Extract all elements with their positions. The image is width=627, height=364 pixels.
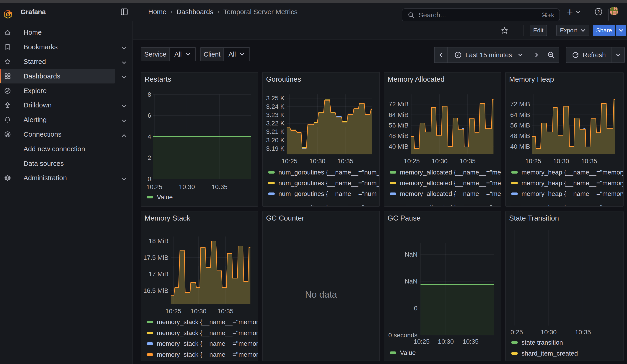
svg-text:0:25: 0:25	[511, 329, 523, 336]
svg-text:72 MiB: 72 MiB	[389, 101, 409, 108]
svg-text:48 MiB: 48 MiB	[510, 132, 530, 139]
svg-text:17 MiB: 17 MiB	[149, 271, 168, 278]
svg-text:3.25 K: 3.25 K	[266, 95, 285, 102]
svg-text:NaN: NaN	[405, 251, 418, 258]
svg-text:0: 0	[414, 305, 418, 312]
svg-text:NaN: NaN	[405, 278, 418, 285]
svg-text:3.23 K: 3.23 K	[266, 111, 285, 118]
svg-text:56 MiB: 56 MiB	[510, 122, 530, 129]
svg-text:8: 8	[148, 91, 151, 98]
svg-text:10:25: 10:25	[165, 308, 181, 315]
svg-text:17.5 MiB: 17.5 MiB	[143, 254, 169, 261]
svg-text:10:30: 10:30	[432, 157, 448, 165]
svg-text:3.24 K: 3.24 K	[266, 103, 285, 110]
svg-text:40 MiB: 40 MiB	[510, 143, 530, 150]
svg-text:64 MiB: 64 MiB	[389, 111, 409, 118]
svg-text:0 seconds: 0 seconds	[388, 332, 418, 339]
svg-text:10:30: 10:30	[438, 338, 454, 345]
svg-text:10:25: 10:25	[414, 338, 429, 345]
svg-text:10:30: 10:30	[179, 183, 195, 190]
svg-text:3.20 K: 3.20 K	[266, 137, 285, 144]
svg-text:10:25: 10:25	[146, 183, 162, 190]
svg-text:10:35: 10:35	[581, 157, 597, 165]
svg-text:48 MiB: 48 MiB	[389, 132, 409, 139]
svg-text:4: 4	[148, 133, 151, 140]
svg-text:10:25: 10:25	[525, 157, 541, 165]
svg-text:10:30: 10:30	[190, 308, 206, 315]
svg-text:3.19 K: 3.19 K	[266, 145, 285, 152]
svg-text:16.5 MiB: 16.5 MiB	[143, 287, 169, 294]
svg-text:10:25: 10:25	[282, 157, 298, 165]
svg-text:10:30: 10:30	[553, 157, 569, 165]
svg-text:10:35: 10:35	[575, 329, 591, 336]
svg-text:6: 6	[148, 112, 151, 119]
svg-text:10:35: 10:35	[337, 157, 353, 165]
svg-text:40 MiB: 40 MiB	[389, 143, 409, 150]
svg-text:3.22 K: 3.22 K	[266, 120, 285, 127]
svg-text:10:35: 10:35	[460, 157, 476, 165]
svg-text:10:35: 10:35	[217, 308, 233, 315]
svg-text:10:30: 10:30	[541, 329, 557, 336]
svg-text:0: 0	[148, 175, 151, 182]
svg-text:?: ?	[597, 9, 600, 14]
svg-text:10:25: 10:25	[404, 157, 420, 165]
svg-text:10:35: 10:35	[463, 338, 478, 345]
svg-text:10:30: 10:30	[310, 157, 325, 165]
svg-text:18 MiB: 18 MiB	[149, 237, 168, 245]
svg-text:64 MiB: 64 MiB	[510, 111, 530, 118]
svg-text:56 MiB: 56 MiB	[389, 122, 409, 129]
svg-text:72 MiB: 72 MiB	[510, 101, 530, 108]
svg-text:10:35: 10:35	[211, 183, 228, 190]
svg-text:2: 2	[148, 154, 151, 161]
svg-text:3.21 K: 3.21 K	[266, 128, 285, 135]
